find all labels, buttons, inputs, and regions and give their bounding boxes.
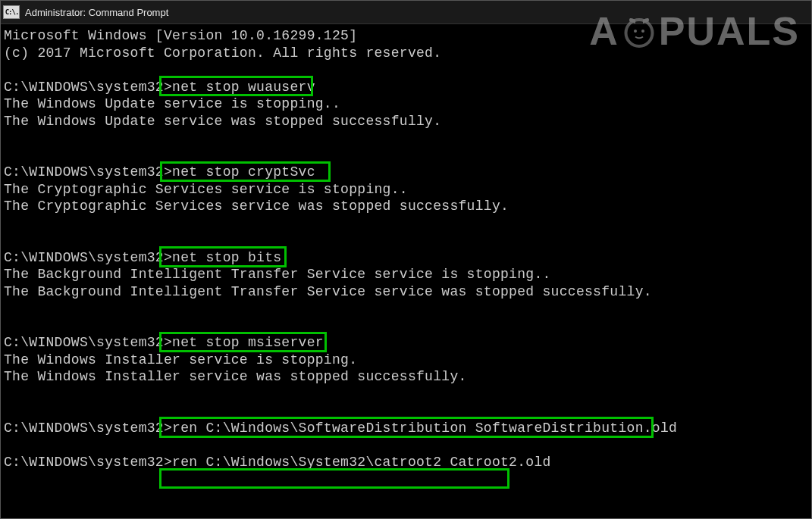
- terminal-line: C:\WINDOWS\system32>net stop wuauserv: [4, 79, 808, 96]
- terminal-line: The Windows Update service was stopped s…: [4, 113, 808, 130]
- window-title: Administrator: Command Prompt: [25, 7, 168, 18]
- terminal-line: C:\WINDOWS\system32>net stop msiserver: [4, 334, 808, 352]
- terminal-line: [4, 402, 808, 420]
- terminal-line: (c) 2017 Microsoft Corporation. All righ…: [4, 45, 808, 62]
- terminal-line: [4, 232, 808, 249]
- terminal-line: C:\WINDOWS\system32>net stop cryptSvc: [4, 164, 808, 181]
- terminal-line: The Background Intelligent Transfer Serv…: [4, 266, 808, 283]
- terminal-line: The Windows Update service is stopping..: [4, 95, 808, 113]
- terminal-line: [4, 386, 808, 403]
- terminal-line: C:\WINDOWS\system32>net stop bits: [4, 249, 808, 267]
- terminal-line: The Background Intelligent Transfer Serv…: [4, 283, 808, 301]
- terminal-line: [4, 317, 808, 335]
- terminal-line: [4, 61, 808, 79]
- terminal-output[interactable]: Microsoft Windows [Version 10.0.16299.12…: [1, 24, 811, 474]
- terminal-line: C:\WINDOWS\system32>ren C:\Windows\Syste…: [4, 454, 808, 471]
- terminal-line: [4, 130, 808, 147]
- terminal-line: C:\WINDOWS\system32>ren C:\Windows\Softw…: [4, 420, 808, 437]
- cmd-icon: C:\.: [3, 5, 20, 19]
- terminal-line: [4, 147, 808, 164]
- terminal-line: The Cryptographic Services service was s…: [4, 198, 808, 215]
- terminal-line: [4, 436, 808, 454]
- terminal-line: [4, 215, 808, 233]
- terminal-line: [4, 300, 808, 317]
- terminal-line: Microsoft Windows [Version 10.0.16299.12…: [4, 27, 808, 45]
- terminal-line: The Windows Installer service is stoppin…: [4, 352, 808, 369]
- terminal-line: The Cryptographic Services service is st…: [4, 181, 808, 199]
- terminal-line: The Windows Installer service was stoppe…: [4, 368, 808, 386]
